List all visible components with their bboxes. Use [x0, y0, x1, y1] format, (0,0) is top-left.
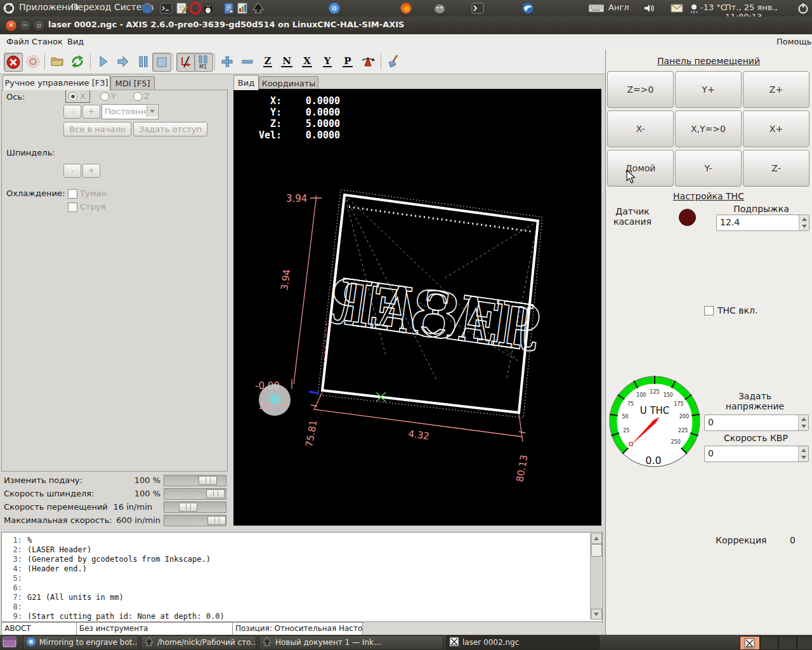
tux-icon[interactable] — [202, 2, 214, 15]
menu-file[interactable]: Файл — [6, 37, 29, 46]
menu-applications[interactable]: Приложения — [19, 2, 79, 12]
zoom-in-button[interactable] — [218, 53, 236, 70]
menu-machine[interactable]: Станок — [32, 37, 63, 46]
office-chart-icon[interactable] — [237, 2, 249, 15]
run-program-button[interactable] — [94, 53, 112, 70]
jog-y-plus-button[interactable]: Y+ — [675, 71, 742, 108]
window-minimize-button[interactable]: − — [19, 20, 31, 32]
window-titlebar[interactable]: ✕ − ▫ laser 0002.ngc - AXIS 2.6.0-pre0-3… — [0, 17, 812, 35]
bounce-spinbox[interactable]: 12.4 — [716, 215, 809, 231]
axis-y-radio[interactable] — [100, 92, 109, 101]
thunderbird-icon[interactable] — [521, 2, 534, 15]
pause-button[interactable] — [134, 53, 152, 70]
jog-mode-dropdown[interactable]: Постоянный — [102, 104, 159, 119]
rotate-view-button[interactable] — [359, 53, 377, 70]
jog-y-minus-button[interactable]: Y- — [675, 150, 742, 187]
menu-help[interactable]: Помощь — [776, 37, 811, 46]
step-button[interactable] — [114, 53, 132, 70]
home-all-button[interactable]: Все в начало — [63, 122, 131, 136]
set-voltage-spin-arrows[interactable] — [798, 415, 808, 430]
thc-enable-checkbox[interactable] — [704, 306, 714, 315]
task-inkscape-2[interactable]: Новый документ 1 — Ink… — [259, 635, 443, 650]
gimp-icon[interactable] — [433, 2, 446, 15]
temperature-indicator[interactable]: -13 °C — [700, 3, 726, 12]
jog-speed-handle[interactable] — [179, 503, 197, 512]
jog-plus-button[interactable]: + — [82, 105, 100, 119]
tab-manual-control[interactable]: Ручное управление [F3] — [3, 75, 110, 90]
task-inkscape-1[interactable]: /home/nick/Рабочий сто… — [141, 635, 256, 650]
terminal-alt-icon[interactable] — [471, 2, 484, 15]
task-browser[interactable]: Mirroring to engrave bot… — [23, 635, 138, 650]
mist-checkbox[interactable] — [68, 189, 77, 199]
skip-lines-button[interactable] — [176, 53, 195, 72]
workspace-4[interactable] — [797, 636, 812, 650]
view-x-button[interactable]: X — [298, 53, 316, 70]
jog-minus-button[interactable]: - — [63, 105, 81, 119]
tab-mdi[interactable]: MDI [F5] — [110, 76, 155, 90]
kvr-speed-spin-arrows[interactable] — [798, 446, 808, 461]
stop-button[interactable] — [152, 53, 171, 72]
opera-icon[interactable] — [189, 2, 202, 15]
volume-icon[interactable] — [643, 2, 655, 15]
chromium-icon[interactable] — [328, 2, 341, 15]
menu-places[interactable]: Переход — [71, 2, 111, 12]
spindle-override-slider[interactable] — [164, 488, 226, 500]
feed-override-handle[interactable] — [199, 476, 217, 485]
view-perspective-button[interactable]: P — [339, 53, 357, 70]
view-z2-button[interactable]: N — [278, 53, 296, 70]
jog-speed-slider[interactable] — [164, 501, 226, 513]
jog-xy-zero-button[interactable]: X,Y=>0 — [675, 110, 742, 147]
optional-pause-button[interactable]: M1 — [194, 53, 213, 72]
window-maximize-button[interactable]: ▫ — [33, 20, 45, 32]
mail-icon[interactable] — [671, 2, 683, 15]
axis-x-radio[interactable] — [69, 92, 77, 101]
estop-button[interactable] — [4, 53, 23, 72]
view-z-button[interactable]: Z — [259, 53, 277, 70]
preview-canvas[interactable]: ЛАЗЕР ЛАЗЕР 3.94 3.94 -0.00 75.81 4.32 8… — [233, 89, 601, 526]
set-voltage-spinbox[interactable]: 0 — [704, 415, 809, 431]
jog-z-plus-button[interactable]: Z+ — [743, 71, 809, 108]
workspace-1[interactable] — [740, 636, 760, 650]
jog-x-plus-button[interactable]: X+ — [743, 110, 809, 147]
max-velocity-slider[interactable] — [164, 515, 226, 526]
spindle-plus-button[interactable]: + — [82, 164, 100, 178]
power-icon[interactable] — [797, 2, 809, 15]
machine-power-button[interactable] — [24, 53, 42, 70]
jog-x-minus-button[interactable]: X- — [607, 110, 674, 147]
scroll-thumb[interactable] — [591, 544, 602, 557]
clear-plot-button[interactable] — [386, 53, 403, 70]
menu-view[interactable]: Вид — [67, 37, 84, 46]
workspace-2[interactable] — [760, 636, 778, 650]
window-close-button[interactable]: ✕ — [5, 20, 17, 32]
gcode-listing[interactable]: 1:% 2:(LASER Header) 3:(Generated by gco… — [1, 532, 603, 622]
flood-checkbox[interactable] — [68, 202, 77, 212]
scroll-down-button[interactable] — [591, 609, 602, 620]
spindle-override-handle[interactable] — [206, 489, 225, 498]
tab-preview[interactable]: Вид — [233, 75, 259, 90]
kvr-speed-spinbox[interactable]: 0 — [704, 446, 809, 462]
terminal-icon[interactable] — [160, 2, 173, 15]
reload-button[interactable] — [69, 53, 86, 70]
document-blue-icon[interactable] — [223, 2, 236, 15]
home-button[interactable]: Домой — [607, 150, 674, 187]
gcode-scrollbar[interactable] — [590, 533, 601, 620]
spindle-minus-button[interactable]: - — [63, 164, 81, 178]
bounce-spin-arrows[interactable] — [799, 215, 809, 230]
touch-off-button[interactable]: Задать отступ — [133, 122, 207, 136]
open-file-button[interactable] — [48, 53, 66, 70]
text-editor-icon[interactable] — [176, 2, 188, 15]
inkscape-icon[interactable] — [252, 2, 265, 15]
max-velocity-handle[interactable] — [207, 516, 226, 525]
task-axis[interactable]: laser 0002.ngc — [446, 635, 599, 650]
ubuntu-logo-icon[interactable] — [3, 2, 15, 15]
keyboard-layout-icon[interactable] — [588, 2, 605, 15]
weather-icon[interactable] — [689, 2, 702, 15]
feed-override-slider[interactable] — [164, 475, 226, 486]
view-y-button[interactable]: Y — [318, 53, 336, 70]
jog-z-minus-button[interactable]: Z- — [743, 150, 809, 187]
workspace-3[interactable] — [778, 636, 797, 650]
jog-z-zero-button[interactable]: Z=>0 — [607, 71, 674, 108]
firefox-alt-icon[interactable] — [400, 2, 412, 15]
tab-dro[interactable]: Координаты — [259, 76, 318, 90]
language-indicator[interactable]: Англ — [608, 3, 629, 12]
